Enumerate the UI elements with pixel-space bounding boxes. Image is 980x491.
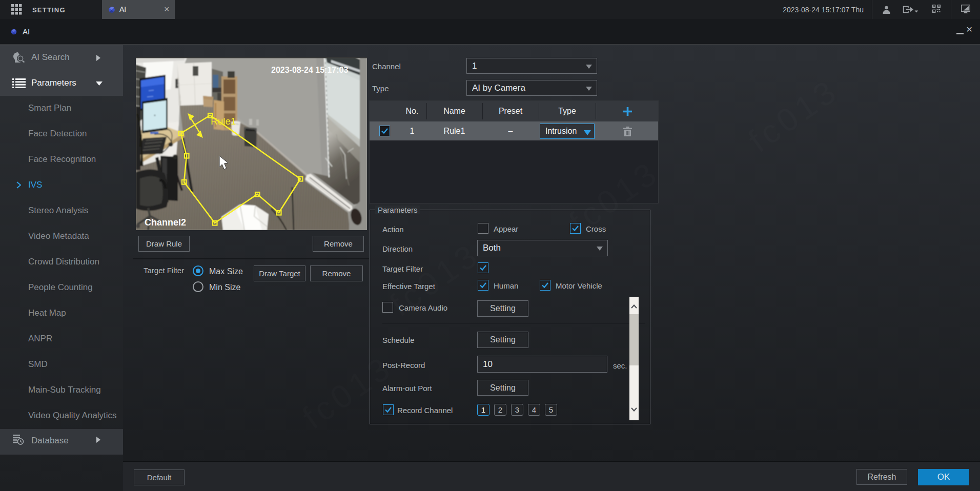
svg-text:2023-08-24 15:17:03: 2023-08-24 15:17:03 <box>271 66 348 74</box>
svg-text:Rule1: Rule1 <box>211 116 236 127</box>
svg-text:Channel2: Channel2 <box>145 217 186 228</box>
